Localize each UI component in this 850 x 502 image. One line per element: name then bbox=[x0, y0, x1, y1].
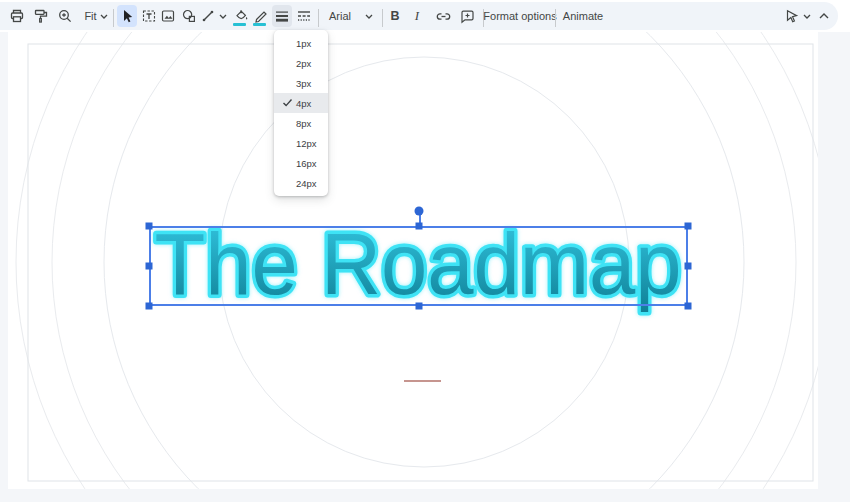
menu-item-label: 2px bbox=[296, 58, 311, 69]
font-family-select[interactable]: Arial bbox=[323, 5, 379, 27]
main-toolbar: Fit bbox=[0, 2, 838, 30]
italic-button[interactable]: I bbox=[408, 5, 426, 27]
italic-icon: I bbox=[415, 8, 419, 24]
paint-format-icon bbox=[33, 8, 49, 24]
insert-line-icon bbox=[200, 8, 216, 24]
menu-item-24px[interactable]: 24px bbox=[274, 173, 328, 193]
menu-item-label: 16px bbox=[296, 158, 317, 169]
border-dash-icon bbox=[296, 8, 312, 24]
menu-item-label: 4px bbox=[296, 98, 311, 109]
check-icon bbox=[282, 97, 293, 108]
menu-item-8px[interactable]: 8px bbox=[274, 113, 328, 133]
toolbar-separator bbox=[318, 9, 319, 27]
rotation-handle[interactable] bbox=[415, 207, 424, 216]
toolbar-separator bbox=[113, 9, 114, 27]
zoom-button[interactable] bbox=[54, 5, 76, 27]
insert-line-button[interactable] bbox=[199, 5, 227, 27]
menu-item-2px[interactable]: 2px bbox=[274, 53, 328, 73]
toolbar-separator bbox=[555, 9, 556, 27]
print-button[interactable] bbox=[6, 5, 28, 27]
menu-item-16px[interactable]: 16px bbox=[274, 153, 328, 173]
bold-icon: B bbox=[390, 9, 399, 23]
chevron-down-icon bbox=[219, 14, 227, 19]
zoom-icon bbox=[57, 8, 73, 24]
add-comment-icon bbox=[459, 8, 476, 25]
animate-button[interactable]: Animate bbox=[560, 5, 606, 27]
selection-handle-s[interactable] bbox=[416, 303, 423, 310]
menu-item-label: 12px bbox=[296, 138, 317, 149]
animate-label: Animate bbox=[563, 10, 603, 22]
border-color-swatch bbox=[253, 23, 266, 26]
fill-color-icon bbox=[233, 8, 250, 25]
selection-handle-e[interactable] bbox=[685, 263, 692, 270]
border-weight-button[interactable] bbox=[272, 5, 292, 27]
menu-item-label: 3px bbox=[296, 78, 311, 89]
selection-bounding-box[interactable] bbox=[149, 226, 688, 306]
menu-item-label: 24px bbox=[296, 178, 317, 189]
border-weight-menu: 1px 2px 3px 4px 8px 12px 16px 24px bbox=[274, 30, 328, 196]
selection-handle-w[interactable] bbox=[146, 263, 153, 270]
insert-image-button[interactable] bbox=[158, 5, 178, 27]
border-dash-button[interactable] bbox=[294, 5, 314, 27]
link-icon bbox=[435, 8, 452, 25]
zoom-select[interactable]: Fit bbox=[78, 5, 114, 27]
border-color-icon bbox=[253, 8, 270, 25]
insert-image-icon bbox=[160, 8, 176, 24]
chevron-up-icon bbox=[818, 12, 830, 20]
format-options-label: Format options bbox=[483, 10, 556, 22]
pen-pointer-icon bbox=[784, 8, 800, 24]
select-arrow-icon bbox=[119, 8, 135, 24]
insert-link-button[interactable] bbox=[432, 5, 454, 27]
menu-item-1px[interactable]: 1px bbox=[274, 33, 328, 53]
paint-format-button[interactable] bbox=[30, 5, 52, 27]
menu-item-12px[interactable]: 12px bbox=[274, 133, 328, 153]
insert-shape-button[interactable] bbox=[179, 5, 199, 27]
select-tool-button[interactable] bbox=[117, 5, 137, 27]
add-comment-button[interactable] bbox=[456, 5, 478, 27]
font-family-value: Arial bbox=[329, 10, 351, 22]
fill-color-button[interactable] bbox=[231, 5, 251, 27]
insert-shape-icon bbox=[181, 8, 197, 24]
selection-handle-ne[interactable] bbox=[685, 223, 692, 230]
border-weight-icon bbox=[274, 8, 290, 24]
bold-button[interactable]: B bbox=[386, 5, 404, 27]
menu-item-4px[interactable]: 4px bbox=[274, 93, 328, 113]
selection-handle-nw[interactable] bbox=[146, 223, 153, 230]
border-color-button[interactable] bbox=[251, 5, 271, 27]
hide-toolbar-button[interactable] bbox=[814, 5, 834, 27]
pen-pointer-button[interactable] bbox=[782, 5, 812, 27]
text-box-icon bbox=[141, 8, 157, 24]
format-options-button[interactable]: Format options bbox=[488, 5, 552, 27]
fill-color-swatch bbox=[233, 23, 246, 26]
selection-handle-n[interactable] bbox=[416, 223, 423, 230]
selection-handle-se[interactable] bbox=[685, 303, 692, 310]
chevron-down-icon bbox=[803, 14, 811, 19]
menu-item-3px[interactable]: 3px bbox=[274, 73, 328, 93]
chevron-down-icon bbox=[100, 14, 108, 19]
zoom-value: Fit bbox=[84, 10, 96, 22]
menu-item-label: 8px bbox=[296, 118, 311, 129]
print-icon bbox=[9, 8, 25, 24]
selection-handle-sw[interactable] bbox=[146, 303, 153, 310]
menu-item-label: 1px bbox=[296, 38, 311, 49]
chevron-down-icon bbox=[365, 14, 373, 19]
toolbar-separator bbox=[382, 9, 383, 27]
text-box-button[interactable] bbox=[139, 5, 159, 27]
